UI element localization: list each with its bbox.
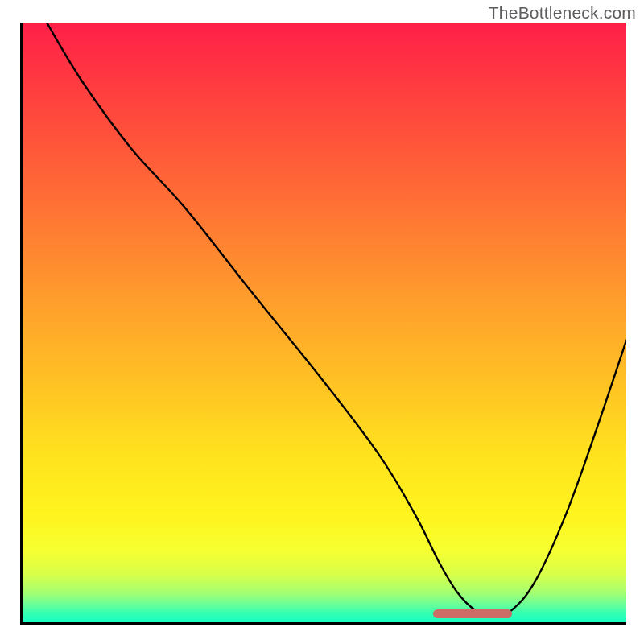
source-attribution: TheBottleneck.com: [489, 3, 636, 23]
bottleneck-curve-path: [47, 23, 626, 617]
chart-frame: TheBottleneck.com: [0, 0, 644, 644]
optimum-marker: [433, 609, 512, 618]
plot-area: [20, 23, 626, 625]
curve-svg: [23, 23, 626, 622]
